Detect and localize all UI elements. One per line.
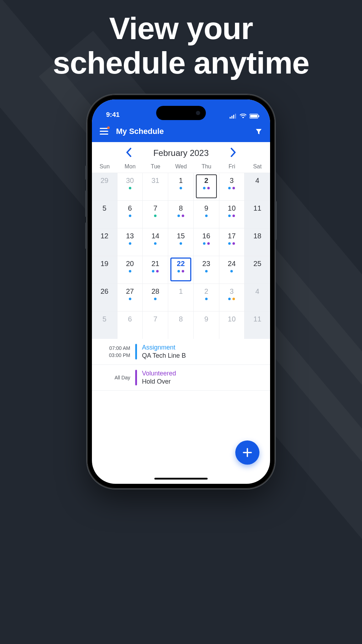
- day-cell[interactable]: 9: [194, 200, 219, 228]
- event-dot-icon: [228, 242, 231, 245]
- event-dots: [203, 187, 210, 190]
- svg-rect-6: [258, 115, 259, 117]
- filter-button[interactable]: [255, 128, 262, 135]
- day-cell[interactable]: 12: [92, 228, 117, 256]
- event-list: 07:00 AM03:00 PMAssignmentQA Tech Line B…: [92, 339, 270, 391]
- day-cell[interactable]: 31: [143, 173, 168, 200]
- next-month-button[interactable]: [230, 148, 236, 158]
- day-cell[interactable]: 23: [194, 256, 219, 283]
- svg-rect-2: [233, 115, 234, 119]
- headline-line-2: schedule anytime: [53, 45, 309, 80]
- day-cell[interactable]: 11: [245, 311, 270, 339]
- day-cell[interactable]: 24: [219, 256, 245, 283]
- day-cell[interactable]: 5: [92, 311, 117, 339]
- event-row[interactable]: 07:00 AM03:00 PMAssignmentQA Tech Line B: [92, 339, 270, 365]
- day-cell[interactable]: 6: [117, 200, 143, 228]
- wifi-icon: [240, 114, 247, 119]
- day-number: 20: [126, 260, 134, 268]
- weekday-label: Mon: [117, 163, 143, 170]
- day-number: 26: [100, 287, 108, 296]
- day-cell[interactable]: 17: [219, 228, 245, 256]
- day-number: 6: [128, 204, 132, 212]
- event-dots: [203, 242, 210, 245]
- day-number: 29: [100, 177, 108, 185]
- day-cell[interactable]: 14: [143, 228, 168, 256]
- day-cell[interactable]: 7: [143, 200, 168, 228]
- day-number: 18: [253, 232, 261, 240]
- day-cell[interactable]: 19: [92, 256, 117, 283]
- event-dots: [129, 242, 131, 245]
- event-dot-icon: [182, 215, 184, 217]
- event-dots: [177, 215, 184, 217]
- day-cell[interactable]: 5: [92, 200, 117, 228]
- plus-icon: [242, 447, 253, 458]
- day-cell[interactable]: 3: [219, 283, 245, 311]
- day-cell[interactable]: 7: [143, 311, 168, 339]
- add-button[interactable]: [235, 440, 259, 465]
- event-dot-icon: [203, 242, 205, 245]
- event-dots: [154, 242, 157, 245]
- event-dot-icon: [230, 270, 233, 272]
- day-cell[interactable]: 25: [245, 256, 270, 283]
- day-cell[interactable]: 9: [194, 311, 219, 339]
- month-navigator: February 2023: [92, 142, 270, 163]
- day-cell[interactable]: 8: [168, 311, 194, 339]
- day-cell[interactable]: 22: [168, 256, 194, 283]
- day-number: 17: [228, 232, 236, 240]
- day-cell[interactable]: 18: [245, 228, 270, 256]
- event-dot-icon: [177, 215, 180, 217]
- day-cell[interactable]: 30: [117, 173, 143, 200]
- day-cell[interactable]: 29: [92, 173, 117, 200]
- event-dots: [205, 298, 208, 301]
- prev-month-button[interactable]: [126, 148, 132, 158]
- event-dot-icon: [205, 215, 208, 217]
- day-number: 3: [230, 287, 234, 296]
- day-cell[interactable]: 20: [117, 256, 143, 283]
- weekday-label: Fri: [219, 163, 245, 170]
- weekday-label: Thu: [194, 163, 219, 170]
- day-cell[interactable]: 15: [168, 228, 194, 256]
- phone-frame: 9:41 My Schedule: [87, 94, 275, 489]
- app-bar: My Schedule: [92, 121, 270, 142]
- day-cell[interactable]: 1: [168, 173, 194, 200]
- day-cell[interactable]: 1: [168, 283, 194, 311]
- day-number: 12: [100, 232, 108, 240]
- day-cell[interactable]: 16: [194, 228, 219, 256]
- day-cell[interactable]: 27: [117, 283, 143, 311]
- event-dots: [228, 298, 235, 301]
- day-cell[interactable]: 13: [117, 228, 143, 256]
- day-number: 4: [256, 177, 259, 185]
- marketing-headline: View your schedule anytime: [0, 0, 362, 80]
- day-number: 9: [204, 204, 208, 212]
- day-cell[interactable]: 4: [245, 283, 270, 311]
- event-dots: [228, 215, 235, 217]
- event-dot-icon: [129, 242, 131, 245]
- event-dot-icon: [203, 187, 205, 189]
- day-cell[interactable]: 2: [194, 283, 219, 311]
- event-dot-icon: [177, 270, 180, 272]
- day-number: 13: [126, 232, 134, 240]
- event-dots: [228, 187, 235, 190]
- day-cell[interactable]: 11: [245, 200, 270, 228]
- day-number: 7: [153, 315, 157, 323]
- menu-button[interactable]: [100, 128, 108, 135]
- day-cell[interactable]: 2: [194, 173, 219, 200]
- day-cell[interactable]: 10: [219, 311, 245, 339]
- event-dot-icon: [154, 242, 157, 245]
- event-row[interactable]: All DayVolunteeredHold Over: [92, 365, 270, 391]
- svg-rect-0: [230, 117, 231, 119]
- event-dot-icon: [207, 187, 210, 189]
- day-cell[interactable]: 10: [219, 200, 245, 228]
- day-number: 11: [253, 204, 261, 212]
- cellular-icon: [230, 114, 237, 119]
- day-number: 28: [152, 287, 159, 296]
- day-cell[interactable]: 21: [143, 256, 168, 283]
- day-cell[interactable]: 3: [219, 173, 245, 200]
- day-cell[interactable]: 28: [143, 283, 168, 311]
- day-cell[interactable]: 4: [245, 173, 270, 200]
- day-cell[interactable]: 8: [168, 200, 194, 228]
- day-number: 25: [253, 260, 261, 268]
- day-cell[interactable]: 6: [117, 311, 143, 339]
- day-cell[interactable]: 26: [92, 283, 117, 311]
- day-number: 5: [103, 315, 106, 323]
